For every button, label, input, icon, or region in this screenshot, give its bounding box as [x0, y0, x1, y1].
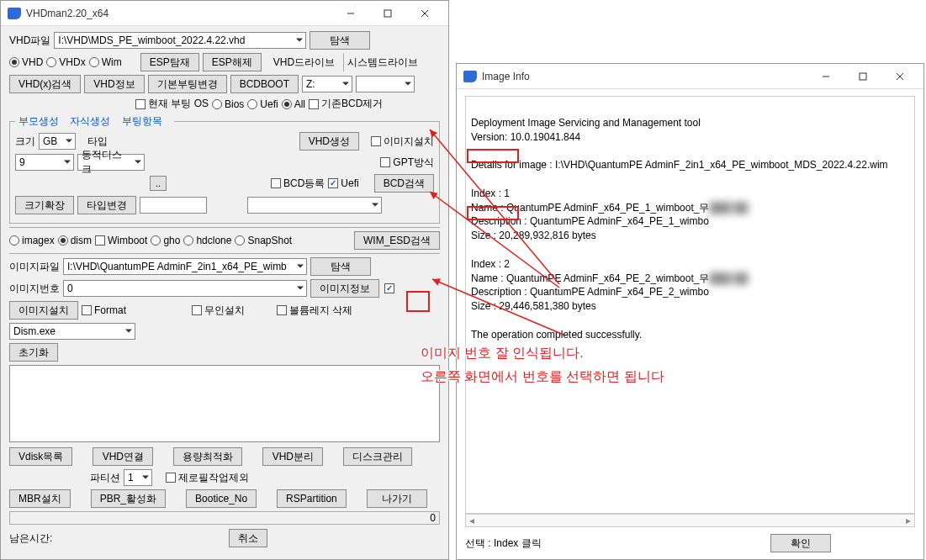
- vhdx-search-button[interactable]: VHD(x)검색: [9, 75, 81, 93]
- snapshot-radio[interactable]: SnapShot: [235, 235, 292, 246]
- obscured-text: ███ ██: [709, 272, 748, 286]
- app-icon: [463, 71, 477, 82]
- titlebar[interactable]: VHDman2.20_x64: [1, 1, 448, 26]
- scroll-right-icon[interactable]: ▸: [902, 515, 914, 526]
- app-icon: [8, 8, 21, 19]
- gho-radio[interactable]: gho: [151, 235, 180, 246]
- maximize-button[interactable]: [846, 66, 880, 87]
- mbr-install-button[interactable]: MBR설치: [9, 489, 71, 508]
- svg-rect-1: [384, 10, 391, 17]
- basic-boot-change-button[interactable]: 기본부팅변경: [148, 75, 227, 93]
- size-value-combo[interactable]: 9: [15, 154, 74, 171]
- format-check[interactable]: Format: [82, 304, 126, 316]
- cancel-button[interactable]: 취소: [229, 529, 267, 547]
- remove-bcd-check[interactable]: 기존BCD제거: [309, 97, 383, 111]
- bootice-no-button[interactable]: Bootice_No: [186, 489, 257, 508]
- init-button[interactable]: 초기화: [9, 343, 58, 362]
- browse-button[interactable]: 탐색: [310, 31, 370, 50]
- size-expand-button[interactable]: 크기확장: [15, 196, 74, 214]
- bcdboot-button[interactable]: BCDBOOT: [230, 75, 299, 93]
- client-area: VHD파일 I:\VHD\MDS_PE_wimboot_2022.4.22.vh…: [1, 26, 448, 559]
- current-boot-os-check[interactable]: 현재 부팅 OS: [135, 97, 209, 111]
- gpt-check[interactable]: GPT방식: [380, 156, 434, 170]
- vhd-radio[interactable]: VHD: [9, 56, 43, 68]
- dism-radio[interactable]: dism: [58, 235, 92, 246]
- img-file-combo[interactable]: I:\VHD\QuantumPE AdminF_2in1_x64_PE_wimb: [63, 258, 307, 275]
- drive-combo-2[interactable]: [356, 76, 415, 92]
- minimize-button[interactable]: [809, 66, 843, 87]
- wim-esd-search-button[interactable]: WIM_ESD검색: [354, 231, 440, 250]
- partition-combo[interactable]: 1: [124, 469, 152, 486]
- volreg-delete-check[interactable]: 볼륨레지 삭제: [277, 304, 352, 318]
- img-browse-button[interactable]: 탐색: [310, 257, 371, 276]
- img-info-check[interactable]: [384, 283, 394, 293]
- vdisk-list-button[interactable]: Vdisk목록: [9, 447, 72, 466]
- img-install-check[interactable]: 이미지설치: [371, 135, 434, 149]
- dot-button[interactable]: ..: [150, 176, 167, 191]
- img-info-button[interactable]: 이미지정보: [310, 279, 379, 298]
- child-tab[interactable]: 자식생성: [70, 115, 110, 127]
- info-text[interactable]: Deployment Image Servicing and Managemen…: [465, 96, 915, 514]
- partition-label: 파티션: [90, 471, 120, 485]
- vhd-file-label: VHD파일: [9, 34, 50, 48]
- svg-rect-5: [860, 73, 866, 80]
- window-title: VHDman2.20_x64: [26, 8, 334, 19]
- bcd-search-button[interactable]: BCD검색: [374, 174, 434, 193]
- size-unit-combo[interactable]: GB: [39, 133, 76, 150]
- annotation-line-2: 오른쪽 화면에서 번호를 선택하면 됩니다: [421, 368, 664, 386]
- exit-button[interactable]: 나가기: [367, 489, 427, 508]
- img-file-label: 이미지파일: [9, 260, 60, 274]
- vhd-split-button[interactable]: VHD분리: [262, 447, 323, 466]
- type-value-combo[interactable]: 동적디스크: [77, 154, 145, 171]
- boot-items-tab[interactable]: 부팅항목: [122, 115, 162, 127]
- esp-release-button[interactable]: ESP해제: [203, 53, 262, 71]
- wim-radio[interactable]: Wim: [89, 56, 122, 68]
- ok-button[interactable]: 확인: [770, 534, 831, 552]
- capacity-opt-button[interactable]: 용량최적화: [173, 447, 242, 466]
- vhd-connect-button[interactable]: VHD연결: [93, 447, 153, 466]
- wimboot-check[interactable]: Wimboot: [95, 235, 147, 246]
- size-input[interactable]: [140, 197, 207, 214]
- rspartition-button[interactable]: RSPartition: [277, 489, 347, 508]
- dism-exe-combo[interactable]: Dism.exe: [9, 323, 135, 340]
- uefi-radio[interactable]: Uefi: [247, 98, 278, 110]
- remaining-label: 남은시간:: [9, 531, 52, 546]
- pbr-activate-button[interactable]: PBR_활성화: [91, 489, 166, 508]
- disk-manage-button[interactable]: 디스크관리: [343, 447, 412, 466]
- img-install-button[interactable]: 이미지설치: [9, 301, 78, 320]
- zerofill-exclude-check[interactable]: 제로필작업제외: [166, 471, 249, 485]
- imagex-radio[interactable]: imagex: [9, 235, 55, 246]
- bcd-path-combo[interactable]: [247, 197, 382, 214]
- img-num-combo[interactable]: 0: [63, 280, 307, 297]
- parent-tab[interactable]: 부모생성: [19, 115, 59, 127]
- esp-search-button[interactable]: ESP탐재: [140, 53, 199, 71]
- vhd-drive-label: VHD드라이브: [265, 53, 344, 71]
- info-titlebar[interactable]: Image Info: [457, 64, 923, 89]
- minimize-button[interactable]: [334, 3, 368, 24]
- all-radio[interactable]: All: [282, 98, 305, 110]
- scroll-left-icon[interactable]: ◂: [466, 515, 478, 526]
- unattend-check[interactable]: 무인설치: [192, 304, 245, 318]
- uefi-check[interactable]: Uefi: [328, 177, 358, 189]
- image-info-window: Image Info Deployment Image Servicing an…: [456, 63, 924, 560]
- vhdx-radio[interactable]: VHDx: [46, 56, 85, 68]
- vhd-file-combo[interactable]: I:\VHD\MDS_PE_wimboot_2022.4.22.vhd: [54, 32, 306, 49]
- size-label: 크기: [15, 135, 35, 149]
- type-change-button[interactable]: 타입변경: [77, 196, 136, 214]
- close-button[interactable]: [883, 66, 917, 87]
- maximize-button[interactable]: [371, 3, 405, 24]
- close-button[interactable]: [408, 3, 442, 24]
- fieldset-legend: 부모생성 자식생성 부팅항목: [15, 114, 174, 129]
- hdclone-radio[interactable]: hdclone: [183, 235, 231, 246]
- info-window-title: Image Info: [482, 71, 809, 82]
- vhd-info-button[interactable]: VHD정보: [84, 75, 144, 93]
- log-text[interactable]: [9, 365, 440, 442]
- vhd-create-button[interactable]: VHD생성: [299, 132, 359, 151]
- bios-radio[interactable]: Bios: [212, 98, 244, 110]
- h-scrollbar[interactable]: ◂ ▸: [465, 514, 915, 527]
- bcd-reg-check[interactable]: BCD등록: [271, 177, 325, 191]
- drive-letter-combo[interactable]: Z:: [302, 76, 352, 92]
- create-fieldset: 부모생성 자식생성 부팅항목 크기 GB 타입 VHD생성 이미지설치 9 동적…: [9, 114, 440, 224]
- img-num-label: 이미지번호: [9, 282, 60, 296]
- select-label: 선택 : Index 클릭: [465, 536, 542, 551]
